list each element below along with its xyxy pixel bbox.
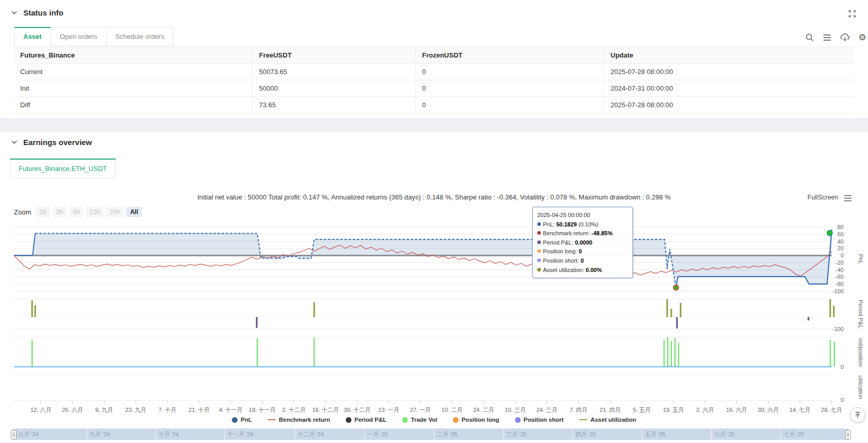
navigator-month-label: 八月 '24 <box>18 431 38 438</box>
legend-item-period-p-l[interactable]: Period P&L <box>346 417 387 423</box>
table-cell: 2025-07-28 08:00:00 <box>604 97 855 113</box>
svg-text:30. 十二月: 30. 十二月 <box>344 407 370 413</box>
navigator-left-handle[interactable] <box>11 430 17 439</box>
svg-text:80: 80 <box>837 224 844 230</box>
svg-text:0: 0 <box>841 397 844 403</box>
cloud-download-icon[interactable] <box>838 31 851 44</box>
zoom-button-24h[interactable]: 24h <box>106 207 124 217</box>
status-section-header: Status info <box>10 8 64 17</box>
zoom-button-3h[interactable]: 3h <box>53 207 67 217</box>
navigator-month-label: 十二月 '24 <box>298 431 323 438</box>
status-tab-asset[interactable]: Asset <box>14 27 51 46</box>
earnings-instrument-tab[interactable]: Futures_Binance.ETH_USDT <box>10 159 116 178</box>
svg-text:12. 八月: 12. 八月 <box>31 407 51 413</box>
svg-text:-100: -100 <box>832 326 844 332</box>
svg-text:2. 六月: 2. 六月 <box>696 407 714 413</box>
legend-label: Position long <box>462 417 499 423</box>
svg-text:0: 0 <box>841 252 844 259</box>
legend-item-asset-utilization[interactable]: Asset utilization <box>579 417 636 423</box>
zoom-button-all[interactable]: All <box>126 207 141 217</box>
table-cell: 2024-07-31 00:00:00 <box>604 80 855 97</box>
svg-text:10. 二月: 10. 二月 <box>442 407 462 413</box>
earnings-summary: Initial net value : 50000 Total profit: … <box>0 193 868 201</box>
table-cell[interactable]: Current <box>13 64 252 80</box>
legend-label: Period P&L <box>355 417 387 423</box>
navigator-gridline <box>781 428 781 440</box>
zoom-button-12h[interactable]: 12h <box>86 207 104 217</box>
legend-label: Position short <box>524 417 564 423</box>
svg-text:40: 40 <box>837 238 844 245</box>
settings-gear-icon[interactable]: ⚙ <box>856 31 868 44</box>
table-row: Diff73.6502025-07-28 08:00:00 <box>13 97 855 113</box>
legend-item-pnl[interactable]: PnL <box>232 417 252 423</box>
tooltip-row: Position short: 0 <box>537 256 628 266</box>
svg-text:24. 三月: 24. 三月 <box>536 407 557 413</box>
svg-text:Period P&L: Period P&L <box>858 299 864 328</box>
navigator-month-label: 三月 '25 <box>506 431 526 438</box>
legend-symbol <box>453 417 459 423</box>
chart-tooltip: 2025-04-25 00:00:00 PnL: 50.1829 (0.10%)… <box>532 207 633 278</box>
fullscreen-button[interactable]: FullScreen <box>807 194 838 201</box>
earnings-section-header: Earnings overview <box>10 138 92 147</box>
legend-symbol <box>402 417 408 423</box>
chart-menu-icon[interactable] <box>842 192 854 204</box>
menu-icon[interactable] <box>821 31 833 44</box>
navigator-gridline <box>642 428 642 440</box>
svg-text:28. 七月: 28. 七月 <box>821 407 842 413</box>
legend-label: Trade Vol <box>411 417 437 423</box>
navigator-gridline <box>86 428 87 440</box>
svg-text:PnL: PnL <box>858 254 864 264</box>
navigator-gridline <box>572 428 573 440</box>
legend-item-position-long[interactable]: Position long <box>453 417 499 423</box>
table-cell: Diff <box>13 97 252 113</box>
legend-symbol <box>515 417 521 423</box>
table-cell: 2025-07-28 08:00:00 <box>604 64 855 80</box>
table-cell: 0 <box>415 97 604 113</box>
tooltip-title: 2025-04-25 00:00:00 <box>537 211 628 220</box>
svg-text:24. 二月: 24. 二月 <box>473 407 494 413</box>
legend-symbol <box>268 419 276 421</box>
svg-text:7. 四月: 7. 四月 <box>570 407 587 413</box>
svg-text:4. 十一月: 4. 十一月 <box>219 407 242 413</box>
legend-item-position-short[interactable]: Position short <box>515 417 564 423</box>
svg-text:-20: -20 <box>835 260 844 266</box>
legend-item-trade-vol[interactable]: Trade Vol <box>402 417 437 423</box>
chart-navigator[interactable]: 八月 '24九月 '24十月 '24十一月 '24十二月 '24一月 '25二月… <box>13 428 849 440</box>
svg-text:26. 八月: 26. 八月 <box>62 407 83 413</box>
svg-text:16. 六月: 16. 六月 <box>726 407 747 413</box>
collapse-panel-icon[interactable] <box>846 7 858 20</box>
svg-text:18. 十一月: 18. 十一月 <box>249 407 275 413</box>
tooltip-row: Period P&L: 0.0000 <box>537 238 628 248</box>
legend-label: PnL <box>241 417 252 423</box>
legend-item-benchmark-return[interactable]: Benchmark return <box>268 417 330 423</box>
status-tab-schedule-orders[interactable]: Schedule orders <box>107 27 174 46</box>
zoom-button-8h[interactable]: 8h <box>69 207 83 217</box>
svg-text:-80: -80 <box>835 281 844 287</box>
navigator-month-label: 一月 '25 <box>367 431 388 438</box>
earnings-chart[interactable]: 806040200-20-40-60-80-100PnL-100Period P… <box>0 223 868 420</box>
navigator-gridline <box>155 428 156 440</box>
collapse-earnings-icon[interactable] <box>10 139 18 146</box>
collapse-status-icon[interactable] <box>10 9 18 17</box>
table-row: Current50073.6502025-07-28 08:00:00 <box>13 64 855 80</box>
section-divider <box>0 118 868 132</box>
svg-text:utilization: utilization <box>858 376 864 399</box>
navigator-right-handle[interactable] <box>845 430 851 439</box>
zoom-controls: Zoom 1h3h8h12h24hAll <box>14 207 142 217</box>
table-toolbar: ⚙ <box>803 31 868 44</box>
svg-text:23. 九月: 23. 九月 <box>125 407 146 413</box>
svg-text:21. 四月: 21. 四月 <box>600 407 621 413</box>
table-cell: 50000 <box>252 80 415 97</box>
zoom-button-1h[interactable]: 1h <box>36 207 50 217</box>
tooltip-row: Position long: 0 <box>537 247 628 256</box>
svg-text:9. 九月: 9. 九月 <box>95 407 113 413</box>
svg-text:13. 一月: 13. 一月 <box>378 407 399 413</box>
table-cell: 73.65 <box>252 97 415 113</box>
status-tab-open-orders[interactable]: Open orders <box>51 27 106 46</box>
navigator-month-label: 十一月 '24 <box>227 431 253 438</box>
svg-text:10. 三月: 10. 三月 <box>505 407 525 413</box>
search-icon[interactable] <box>803 31 816 44</box>
chart-legend: PnLBenchmark returnPeriod P&LTrade VolPo… <box>0 417 868 423</box>
column-header: Futures_Binance <box>13 47 252 64</box>
scroll-to-top-button[interactable] <box>850 407 865 423</box>
